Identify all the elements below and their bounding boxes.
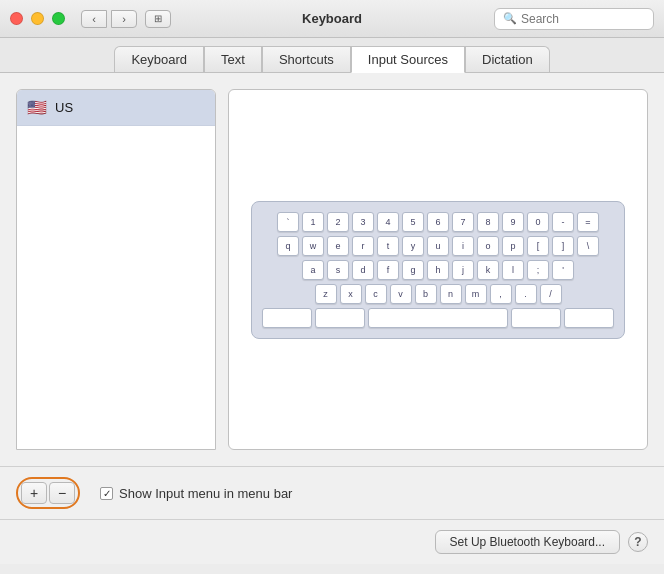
key-backslash: \ <box>577 236 599 256</box>
key-a: a <box>302 260 324 280</box>
key-j: j <box>452 260 474 280</box>
key-g: g <box>402 260 424 280</box>
traffic-lights <box>10 12 65 25</box>
key-comma: , <box>490 284 512 304</box>
remove-source-button[interactable]: − <box>49 482 75 504</box>
key-modifier-right2 <box>564 308 614 328</box>
key-row-2: q w e r t y u i o p [ ] \ <box>262 236 614 256</box>
key-k: k <box>477 260 499 280</box>
us-flag-icon: 🇺🇸 <box>27 98 47 117</box>
grid-button[interactable]: ⊞ <box>145 10 171 28</box>
key-m: m <box>465 284 487 304</box>
key-backtick: ` <box>277 212 299 232</box>
tab-text[interactable]: Text <box>204 46 262 72</box>
tab-keyboard[interactable]: Keyboard <box>114 46 204 72</box>
key-v: v <box>390 284 412 304</box>
key-modifier-left1 <box>262 308 312 328</box>
key-z: z <box>315 284 337 304</box>
search-box[interactable]: 🔍 <box>494 8 654 30</box>
tab-dictation[interactable]: Dictation <box>465 46 550 72</box>
forward-button[interactable]: › <box>111 10 137 28</box>
sources-panel-empty <box>17 126 215 449</box>
search-icon: 🔍 <box>503 12 517 25</box>
key-9: 9 <box>502 212 524 232</box>
keyboard-panel: ` 1 2 3 4 5 6 7 8 9 0 - = q w <box>228 89 648 450</box>
show-menu-label: Show Input menu in menu bar <box>119 486 292 501</box>
setup-bluetooth-button[interactable]: Set Up Bluetooth Keyboard... <box>435 530 620 554</box>
content-area: 🇺🇸 US ` 1 2 3 4 5 6 7 8 9 <box>0 73 664 466</box>
key-s: s <box>327 260 349 280</box>
key-l: l <box>502 260 524 280</box>
key-q: q <box>277 236 299 256</box>
footer: Set Up Bluetooth Keyboard... ? <box>0 519 664 564</box>
key-r: r <box>352 236 374 256</box>
back-button[interactable]: ‹ <box>81 10 107 28</box>
key-2: 2 <box>327 212 349 232</box>
key-5: 5 <box>402 212 424 232</box>
add-remove-buttons: + − <box>16 477 80 509</box>
key-6: 6 <box>427 212 449 232</box>
key-f: f <box>377 260 399 280</box>
tab-shortcuts[interactable]: Shortcuts <box>262 46 351 72</box>
key-equals: = <box>577 212 599 232</box>
key-lbracket: [ <box>527 236 549 256</box>
key-7: 7 <box>452 212 474 232</box>
key-4: 4 <box>377 212 399 232</box>
key-c: c <box>365 284 387 304</box>
key-1: 1 <box>302 212 324 232</box>
key-p: p <box>502 236 524 256</box>
key-h: h <box>427 260 449 280</box>
key-rbracket: ] <box>552 236 574 256</box>
key-w: w <box>302 236 324 256</box>
key-e: e <box>327 236 349 256</box>
sources-panel: 🇺🇸 US <box>16 89 216 450</box>
key-y: y <box>402 236 424 256</box>
key-d: d <box>352 260 374 280</box>
key-modifier-left2 <box>315 308 365 328</box>
key-semicolon: ; <box>527 260 549 280</box>
key-space <box>368 308 508 328</box>
source-item-us[interactable]: 🇺🇸 US <box>17 90 215 126</box>
main-content: 🇺🇸 US ` 1 2 3 4 5 6 7 8 9 <box>0 73 664 564</box>
key-b: b <box>415 284 437 304</box>
source-label-us: US <box>55 100 73 115</box>
add-source-button[interactable]: + <box>21 482 47 504</box>
show-menu-checkbox-row: Show Input menu in menu bar <box>100 486 292 501</box>
key-3: 3 <box>352 212 374 232</box>
key-u: u <box>427 236 449 256</box>
key-row-5 <box>262 308 614 328</box>
minimize-button[interactable] <box>31 12 44 25</box>
title-bar: ‹ › ⊞ Keyboard 🔍 <box>0 0 664 38</box>
key-x: x <box>340 284 362 304</box>
window-title: Keyboard <box>302 11 362 26</box>
key-o: o <box>477 236 499 256</box>
key-n: n <box>440 284 462 304</box>
key-0: 0 <box>527 212 549 232</box>
search-input[interactable] <box>521 12 645 26</box>
maximize-button[interactable] <box>52 12 65 25</box>
tab-input-sources[interactable]: Input Sources <box>351 46 465 73</box>
close-button[interactable] <box>10 12 23 25</box>
show-menu-checkbox[interactable] <box>100 487 113 500</box>
key-quote: ' <box>552 260 574 280</box>
key-row-3: a s d f g h j k l ; ' <box>262 260 614 280</box>
tabs-bar: Keyboard Text Shortcuts Input Sources Di… <box>0 38 664 73</box>
key-t: t <box>377 236 399 256</box>
key-row-1: ` 1 2 3 4 5 6 7 8 9 0 - = <box>262 212 614 232</box>
bottom-panel: + − Show Input menu in menu bar <box>0 466 664 519</box>
key-8: 8 <box>477 212 499 232</box>
key-period: . <box>515 284 537 304</box>
key-row-4: z x c v b n m , . / <box>262 284 614 304</box>
key-slash: / <box>540 284 562 304</box>
key-modifier-right1 <box>511 308 561 328</box>
nav-buttons: ‹ › <box>81 10 137 28</box>
key-i: i <box>452 236 474 256</box>
key-minus: - <box>552 212 574 232</box>
keyboard-visual: ` 1 2 3 4 5 6 7 8 9 0 - = q w <box>251 201 625 339</box>
help-button[interactable]: ? <box>628 532 648 552</box>
